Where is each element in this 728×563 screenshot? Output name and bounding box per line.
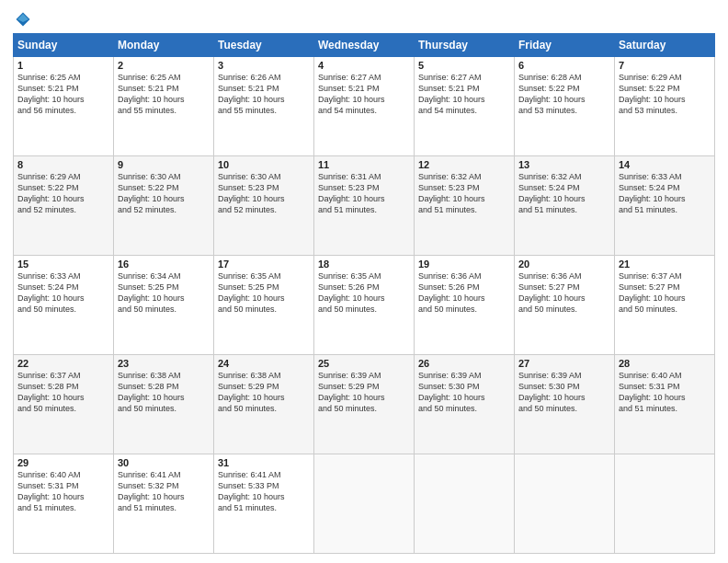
logo — [13, 13, 31, 28]
calendar-cell: 15 Sunrise: 6:33 AMSunset: 5:24 PMDaylig… — [14, 256, 114, 355]
calendar-cell: 14 Sunrise: 6:33 AMSunset: 5:24 PMDaylig… — [615, 156, 715, 256]
logo-text — [13, 13, 31, 28]
day-number: 2 — [118, 60, 210, 71]
calendar-week-2: 8 Sunrise: 6:29 AMSunset: 5:22 PMDayligh… — [14, 156, 715, 256]
calendar-cell: 29 Sunrise: 6:40 AMSunset: 5:31 PMDaylig… — [14, 454, 114, 554]
day-info: Sunrise: 6:38 AMSunset: 5:29 PMDaylight:… — [218, 371, 285, 413]
day-info: Sunrise: 6:32 AMSunset: 5:23 PMDaylight:… — [418, 172, 485, 214]
day-info: Sunrise: 6:35 AMSunset: 5:26 PMDaylight:… — [318, 271, 385, 314]
day-number: 27 — [518, 358, 610, 369]
calendar-cell: 27 Sunrise: 6:39 AMSunset: 5:30 PMDaylig… — [515, 355, 615, 454]
calendar-cell: 28 Sunrise: 6:40 AMSunset: 5:31 PMDaylig… — [615, 355, 715, 454]
day-info: Sunrise: 6:34 AMSunset: 5:25 PMDaylight:… — [118, 271, 185, 314]
logo-icon — [15, 11, 31, 28]
calendar-cell — [415, 454, 515, 554]
calendar-cell: 23 Sunrise: 6:38 AMSunset: 5:28 PMDaylig… — [114, 355, 214, 454]
day-number: 28 — [619, 358, 711, 369]
day-of-week-monday: Monday — [114, 34, 214, 57]
day-info: Sunrise: 6:27 AMSunset: 5:21 PMDaylight:… — [318, 73, 385, 115]
day-info: Sunrise: 6:35 AMSunset: 5:25 PMDaylight:… — [218, 271, 285, 314]
calendar-cell: 25 Sunrise: 6:39 AMSunset: 5:29 PMDaylig… — [314, 355, 415, 454]
calendar-cell: 8 Sunrise: 6:29 AMSunset: 5:22 PMDayligh… — [14, 156, 114, 256]
day-number: 19 — [418, 259, 510, 270]
day-info: Sunrise: 6:33 AMSunset: 5:24 PMDaylight:… — [619, 172, 686, 214]
day-info: Sunrise: 6:36 AMSunset: 5:26 PMDaylight:… — [418, 271, 485, 314]
calendar-cell: 3 Sunrise: 6:26 AMSunset: 5:21 PMDayligh… — [214, 57, 314, 156]
day-number: 12 — [418, 159, 510, 170]
day-info: Sunrise: 6:39 AMSunset: 5:29 PMDaylight:… — [318, 371, 385, 413]
calendar-cell: 11 Sunrise: 6:31 AMSunset: 5:23 PMDaylig… — [314, 156, 415, 256]
day-number: 31 — [218, 457, 310, 468]
day-number: 3 — [218, 60, 310, 71]
day-number: 10 — [218, 159, 310, 170]
calendar-week-4: 22 Sunrise: 6:37 AMSunset: 5:28 PMDaylig… — [14, 355, 715, 454]
day-info: Sunrise: 6:29 AMSunset: 5:22 PMDaylight:… — [17, 172, 85, 214]
day-info: Sunrise: 6:26 AMSunset: 5:21 PMDaylight:… — [218, 73, 285, 115]
day-info: Sunrise: 6:40 AMSunset: 5:31 PMDaylight:… — [619, 371, 686, 413]
day-number: 22 — [17, 358, 109, 369]
day-of-week-wednesday: Wednesday — [314, 34, 415, 57]
day-number: 9 — [118, 159, 210, 170]
calendar-cell: 4 Sunrise: 6:27 AMSunset: 5:21 PMDayligh… — [314, 57, 415, 156]
calendar-table: SundayMondayTuesdayWednesdayThursdayFrid… — [13, 33, 715, 554]
day-info: Sunrise: 6:39 AMSunset: 5:30 PMDaylight:… — [418, 371, 485, 413]
day-number: 16 — [118, 259, 210, 270]
day-number: 6 — [518, 60, 610, 71]
day-number: 25 — [318, 358, 410, 369]
day-info: Sunrise: 6:30 AMSunset: 5:22 PMDaylight:… — [118, 172, 185, 214]
day-info: Sunrise: 6:31 AMSunset: 5:23 PMDaylight:… — [318, 172, 385, 214]
day-info: Sunrise: 6:37 AMSunset: 5:28 PMDaylight:… — [17, 371, 85, 413]
calendar-week-1: 1 Sunrise: 6:25 AMSunset: 5:21 PMDayligh… — [14, 57, 715, 156]
calendar-cell: 9 Sunrise: 6:30 AMSunset: 5:22 PMDayligh… — [114, 156, 214, 256]
calendar-cell — [515, 454, 615, 554]
day-number: 17 — [218, 259, 310, 270]
day-number: 15 — [17, 259, 109, 270]
calendar-week-3: 15 Sunrise: 6:33 AMSunset: 5:24 PMDaylig… — [14, 256, 715, 355]
header — [13, 9, 715, 28]
day-of-week-tuesday: Tuesday — [214, 34, 314, 57]
day-info: Sunrise: 6:33 AMSunset: 5:24 PMDaylight:… — [17, 271, 85, 314]
calendar-cell: 16 Sunrise: 6:34 AMSunset: 5:25 PMDaylig… — [114, 256, 214, 355]
calendar-cell: 20 Sunrise: 6:36 AMSunset: 5:27 PMDaylig… — [515, 256, 615, 355]
day-number: 11 — [318, 159, 410, 170]
calendar-cell: 31 Sunrise: 6:41 AMSunset: 5:33 PMDaylig… — [214, 454, 314, 554]
calendar-cell: 13 Sunrise: 6:32 AMSunset: 5:24 PMDaylig… — [515, 156, 615, 256]
calendar-cell: 19 Sunrise: 6:36 AMSunset: 5:26 PMDaylig… — [415, 256, 515, 355]
day-number: 7 — [619, 60, 711, 71]
calendar-cell: 6 Sunrise: 6:28 AMSunset: 5:22 PMDayligh… — [515, 57, 615, 156]
calendar-cell: 17 Sunrise: 6:35 AMSunset: 5:25 PMDaylig… — [214, 256, 314, 355]
day-of-week-thursday: Thursday — [415, 34, 515, 57]
calendar-cell: 5 Sunrise: 6:27 AMSunset: 5:21 PMDayligh… — [415, 57, 515, 156]
calendar-cell: 24 Sunrise: 6:38 AMSunset: 5:29 PMDaylig… — [214, 355, 314, 454]
day-number: 24 — [218, 358, 310, 369]
day-info: Sunrise: 6:41 AMSunset: 5:33 PMDaylight:… — [218, 470, 285, 512]
calendar-cell: 7 Sunrise: 6:29 AMSunset: 5:22 PMDayligh… — [615, 57, 715, 156]
day-info: Sunrise: 6:30 AMSunset: 5:23 PMDaylight:… — [218, 172, 285, 214]
day-number: 13 — [518, 159, 610, 170]
calendar-cell: 21 Sunrise: 6:37 AMSunset: 5:27 PMDaylig… — [615, 256, 715, 355]
calendar-cell: 12 Sunrise: 6:32 AMSunset: 5:23 PMDaylig… — [415, 156, 515, 256]
calendar-cell — [314, 454, 415, 554]
day-info: Sunrise: 6:29 AMSunset: 5:22 PMDaylight:… — [619, 73, 686, 115]
day-of-week-saturday: Saturday — [615, 34, 715, 57]
calendar-cell: 22 Sunrise: 6:37 AMSunset: 5:28 PMDaylig… — [14, 355, 114, 454]
calendar-cell: 2 Sunrise: 6:25 AMSunset: 5:21 PMDayligh… — [114, 57, 214, 156]
calendar-cell — [615, 454, 715, 554]
day-number: 1 — [17, 60, 109, 71]
day-number: 21 — [619, 259, 711, 270]
day-number: 4 — [318, 60, 410, 71]
day-info: Sunrise: 6:41 AMSunset: 5:32 PMDaylight:… — [118, 470, 185, 512]
day-of-week-sunday: Sunday — [14, 34, 114, 57]
calendar-cell: 30 Sunrise: 6:41 AMSunset: 5:32 PMDaylig… — [114, 454, 214, 554]
day-info: Sunrise: 6:32 AMSunset: 5:24 PMDaylight:… — [518, 172, 586, 214]
calendar-cell: 26 Sunrise: 6:39 AMSunset: 5:30 PMDaylig… — [415, 355, 515, 454]
day-number: 14 — [619, 159, 711, 170]
day-info: Sunrise: 6:38 AMSunset: 5:28 PMDaylight:… — [118, 371, 185, 413]
main-container: SundayMondayTuesdayWednesdayThursdayFrid… — [0, 0, 728, 563]
day-number: 29 — [17, 457, 109, 468]
day-info: Sunrise: 6:39 AMSunset: 5:30 PMDaylight:… — [518, 371, 586, 413]
day-info: Sunrise: 6:37 AMSunset: 5:27 PMDaylight:… — [619, 271, 686, 314]
calendar-cell: 1 Sunrise: 6:25 AMSunset: 5:21 PMDayligh… — [14, 57, 114, 156]
day-info: Sunrise: 6:36 AMSunset: 5:27 PMDaylight:… — [518, 271, 586, 314]
day-number: 5 — [418, 60, 510, 71]
